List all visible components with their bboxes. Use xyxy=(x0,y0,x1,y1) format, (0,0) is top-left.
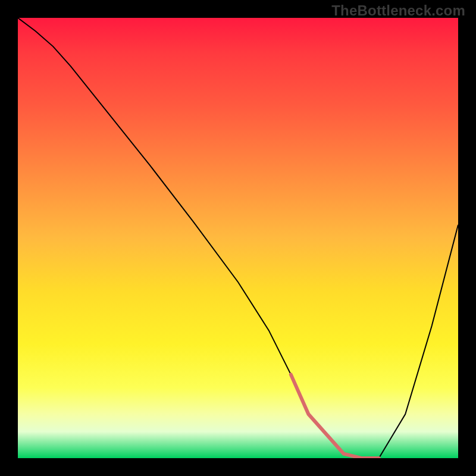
watermark-text: TheBottleneck.com xyxy=(331,2,465,19)
curve-layer xyxy=(18,18,458,458)
plot-area xyxy=(18,18,458,458)
valley-highlight xyxy=(291,374,379,458)
bottleneck-curve xyxy=(18,18,458,458)
chart-frame: TheBottleneck.com xyxy=(0,0,476,476)
